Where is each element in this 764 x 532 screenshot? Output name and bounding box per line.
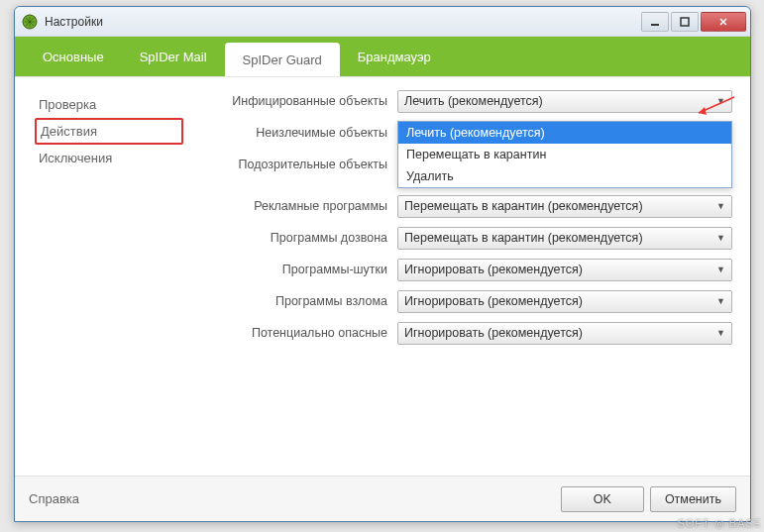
label-dialers: Программы дозвона: [203, 231, 397, 245]
maximize-button[interactable]: [671, 12, 699, 32]
sidebar: Проверка Действия Исключения: [15, 77, 203, 476]
select-adware[interactable]: Перемещать в карантин (рекомендуется) ▼: [397, 195, 732, 218]
sidebar-item-exclusions[interactable]: Исключения: [35, 145, 183, 171]
close-button[interactable]: [701, 12, 746, 32]
chevron-down-icon: ▼: [716, 96, 725, 106]
app-icon: [21, 13, 39, 31]
select-riskware[interactable]: Игнорировать (рекомендуется) ▼: [397, 322, 732, 345]
label-suspicious: Подозрительные объекты: [203, 158, 397, 171]
help-link[interactable]: Справка: [29, 491, 79, 506]
label-riskware: Потенциально опасные: [203, 326, 397, 340]
row-hacktools: Программы взлома Игнорировать (рекоменду…: [203, 289, 732, 313]
select-dialers[interactable]: Перемещать в карантин (рекомендуется) ▼: [397, 227, 732, 250]
dropdown-incurable: Лечить (рекомендуется) Перемещать в кара…: [397, 121, 732, 188]
select-infected-value: Лечить (рекомендуется): [404, 94, 543, 108]
chevron-down-icon: ▼: [716, 201, 725, 211]
content: Проверка Действия Исключения Инфицирован…: [15, 76, 750, 476]
tab-spider-guard[interactable]: SpIDer Guard: [225, 43, 340, 76]
row-riskware: Потенциально опасные Игнорировать (реком…: [203, 321, 732, 345]
ok-button[interactable]: OK: [561, 486, 644, 512]
dropdown-option-quarantine[interactable]: Перемещать в карантин: [398, 144, 731, 165]
svg-rect-1: [651, 24, 659, 26]
select-riskware-value: Игнорировать (рекомендуется): [404, 326, 583, 340]
tab-firewall[interactable]: Брандмауэр: [340, 37, 449, 76]
label-incurable: Неизлечимые объекты: [203, 126, 397, 140]
dropdown-option-cure[interactable]: Лечить (рекомендуется): [398, 122, 731, 144]
settings-panel: Инфицированные объекты Лечить (рекоменду…: [203, 77, 750, 476]
row-jokes: Программы-шутки Игнорировать (рекомендуе…: [203, 258, 732, 281]
select-adware-value: Перемещать в карантин (рекомендуется): [404, 199, 643, 213]
footer: Справка OK Отменить: [15, 476, 750, 521]
cancel-button[interactable]: Отменить: [650, 486, 736, 512]
dropdown-option-delete[interactable]: Удалить: [398, 165, 731, 187]
label-jokes: Программы-шутки: [203, 263, 397, 276]
label-hacktools: Программы взлома: [203, 294, 397, 308]
chevron-down-icon: ▼: [716, 328, 725, 338]
select-jokes[interactable]: Игнорировать (рекомендуется) ▼: [397, 259, 732, 281]
label-adware: Рекламные программы: [203, 199, 397, 213]
chevron-down-icon: ▼: [716, 233, 725, 243]
tabbar: Основные SpIDer Mail SpIDer Guard Брандм…: [15, 37, 750, 76]
tab-main[interactable]: Основные: [25, 37, 122, 76]
select-hacktools[interactable]: Игнорировать (рекомендуется) ▼: [397, 290, 732, 313]
settings-window: Настройки Основные SpIDer Mail SpIDer Gu…: [14, 6, 751, 522]
select-hacktools-value: Игнорировать (рекомендуется): [404, 294, 583, 308]
select-jokes-value: Игнорировать (рекомендуется): [404, 263, 583, 276]
row-infected: Инфицированные объекты Лечить (рекоменду…: [203, 89, 732, 113]
window-controls: [641, 12, 746, 32]
chevron-down-icon: ▼: [716, 296, 725, 306]
sidebar-item-actions[interactable]: Действия: [35, 118, 183, 145]
select-infected[interactable]: Лечить (рекомендуется) ▼: [397, 90, 732, 113]
chevron-down-icon: ▼: [716, 265, 725, 274]
tab-spider-mail[interactable]: SpIDer Mail: [122, 37, 225, 76]
select-dialers-value: Перемещать в карантин (рекомендуется): [404, 231, 643, 245]
row-incurable: Неизлечимые объекты Лечить (рекомендуетс…: [203, 121, 732, 145]
row-adware: Рекламные программы Перемещать в каранти…: [203, 194, 732, 218]
minimize-button[interactable]: [641, 12, 669, 32]
row-dialers: Программы дозвона Перемещать в карантин …: [203, 226, 732, 250]
sidebar-item-check[interactable]: Проверка: [35, 91, 183, 118]
label-infected: Инфицированные объекты: [203, 94, 397, 108]
window-title: Настройки: [45, 15, 641, 29]
titlebar: Настройки: [15, 7, 750, 37]
svg-rect-2: [681, 18, 689, 26]
